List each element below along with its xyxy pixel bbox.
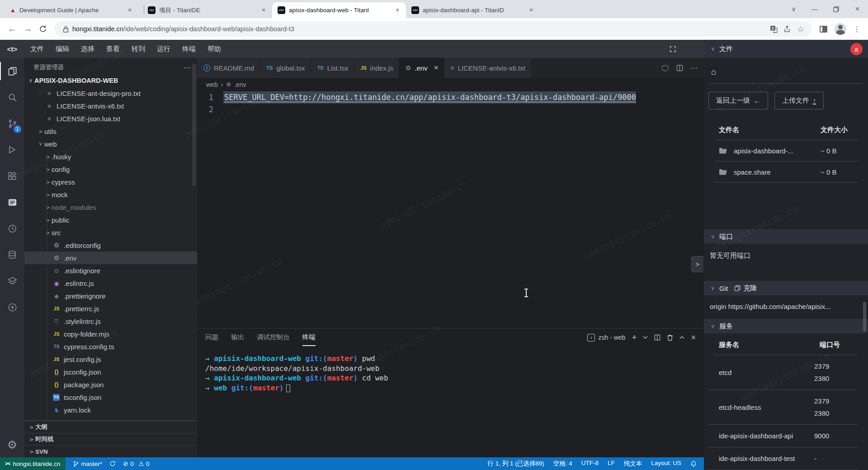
- tab-close-icon[interactable]: ×: [259, 6, 268, 14]
- git-branch[interactable]: master*: [73, 461, 103, 467]
- status-item[interactable]: 空格: 4: [553, 460, 572, 468]
- git-remote[interactable]: origin https://github.com/apache/apisix.…: [710, 299, 868, 317]
- back-icon[interactable]: ←: [5, 21, 20, 37]
- git-section-header[interactable]: Git 克隆: [704, 281, 868, 295]
- terminal-dropdown-icon[interactable]: [643, 336, 648, 339]
- editor-tab[interactable]: i README.md: [197, 58, 260, 78]
- split-editor-icon[interactable]: [676, 65, 683, 71]
- breadcrumb-file[interactable]: .env: [234, 81, 246, 88]
- sidebar-scrollbar[interactable]: [192, 64, 196, 185]
- tree-item[interactable]: .husky: [24, 150, 197, 163]
- tree-item[interactable]: ◆ .prettierignore: [24, 290, 197, 302]
- keyboard-layout-icon[interactable]: [661, 64, 669, 72]
- upload-button[interactable]: 上传文件 ↑: [774, 92, 824, 109]
- minimize-icon[interactable]: —: [804, 0, 826, 18]
- browser-menu-icon[interactable]: ⋮: [850, 22, 863, 36]
- breadcrumb-folder[interactable]: web: [206, 81, 218, 88]
- sync-icon[interactable]: [109, 461, 116, 467]
- tree-item[interactable]: {} jsconfig.json: [24, 366, 197, 378]
- code-line[interactable]: 2: [197, 104, 704, 116]
- tree-item[interactable]: config: [24, 163, 197, 176]
- tree-item[interactable]: {} package.json: [24, 378, 197, 391]
- tree-item[interactable]: ≡ LICENSE-json.lua.txt: [24, 112, 197, 125]
- run-debug-icon[interactable]: [0, 137, 24, 163]
- tree-item[interactable]: ⊙ .eslintignore: [24, 264, 197, 277]
- sidebar-section[interactable]: SVN: [24, 445, 197, 457]
- terminal[interactable]: → apisix-dashboard-web git:(master) pwd/…: [197, 347, 704, 457]
- kill-terminal-icon[interactable]: [667, 334, 673, 341]
- menu-item[interactable]: 编辑: [50, 40, 75, 58]
- tab-search-icon[interactable]: ∨: [783, 0, 804, 18]
- extensions-icon[interactable]: [0, 163, 24, 189]
- explorer-icon[interactable]: [0, 58, 24, 84]
- refresh-icon[interactable]: [35, 21, 51, 37]
- tree-item[interactable]: TS cypress.config.ts: [24, 340, 197, 353]
- tree-item[interactable]: ◉ .eslintrc.js: [24, 277, 197, 290]
- new-terminal-icon[interactable]: +: [632, 332, 637, 342]
- menu-item[interactable]: 终端: [176, 40, 202, 58]
- right-panel-scrollbar[interactable]: [863, 302, 866, 332]
- menu-item[interactable]: 转到: [126, 40, 151, 58]
- service-row[interactable]: ide-apisix-dashboard-api 9000: [708, 425, 858, 447]
- status-item[interactable]: UTF-8: [581, 460, 599, 468]
- tree-item[interactable]: TS tsconfig.json: [24, 391, 197, 404]
- status-item[interactable]: LF: [608, 460, 615, 468]
- settings-gear-icon[interactable]: ⚙: [0, 432, 24, 457]
- breadcrumb[interactable]: web › ⚙ .env: [197, 78, 704, 91]
- ports-section-header[interactable]: 端口: [704, 229, 868, 244]
- menu-item[interactable]: 选择: [75, 40, 100, 58]
- menu-item[interactable]: 文件: [24, 40, 50, 58]
- tree-item[interactable]: src: [24, 226, 197, 239]
- panel-tab[interactable]: 终端: [302, 329, 316, 346]
- menu-item[interactable]: 查看: [100, 40, 126, 58]
- tree-item[interactable]: JS copy-folder.mjs: [24, 328, 197, 340]
- notifications-bell-icon[interactable]: [690, 461, 697, 467]
- browser-tab[interactable]: Development Guide | Apache ×: [5, 2, 138, 18]
- sidebar-section[interactable]: 大纲: [24, 421, 197, 433]
- tree-item[interactable]: utils: [24, 125, 197, 138]
- tab-close-icon[interactable]: ×: [434, 63, 439, 72]
- tree-item[interactable]: web: [24, 138, 197, 150]
- project-root[interactable]: APISIX-DASHBOARD-WEB: [24, 74, 197, 87]
- file-row[interactable]: apisix-dashboard-... ~ 0 B: [708, 140, 863, 161]
- tree-item[interactable]: cypress: [24, 176, 197, 188]
- browser-tab[interactable]: 项目 - TitanIDE ×: [138, 2, 272, 18]
- editor-tab[interactable]: TS global.tsx: [260, 58, 311, 78]
- tab-close-icon[interactable]: ×: [393, 6, 401, 14]
- source-control-icon[interactable]: 1: [0, 110, 24, 137]
- browser-tab[interactable]: apisix-dashboard-web - TitanI ×: [272, 2, 406, 18]
- translate-icon[interactable]: 文: [767, 22, 780, 36]
- files-section-header[interactable]: 文件: [704, 40, 868, 58]
- problems-indicator[interactable]: ⊘ 0 ⚠ 0: [123, 460, 149, 467]
- code-editor[interactable]: 1 SERVE_URL_DEV=http://hongxi.titanide.c…: [197, 91, 704, 328]
- service-row[interactable]: etcd 23792380: [708, 355, 858, 390]
- search-icon[interactable]: [0, 84, 24, 110]
- status-item[interactable]: Layout: US: [651, 460, 681, 468]
- tree-item[interactable]: ≡ LICENSE-ant-design-pro.txt: [24, 87, 197, 100]
- clone-label[interactable]: 克隆: [743, 284, 757, 293]
- layers-icon[interactable]: [0, 268, 24, 294]
- expand-panel-button[interactable]: >: [691, 256, 703, 272]
- lightning-icon[interactable]: [0, 294, 24, 320]
- split-terminal-icon[interactable]: [654, 334, 660, 341]
- tree-item[interactable]: ≡ LICENSE-antvis-x6.txt: [24, 100, 197, 112]
- tree-item[interactable]: ♡ .stylelintrc.js: [24, 315, 197, 328]
- tree-item[interactable]: ⚙ .editorconfig: [24, 239, 197, 252]
- panel-tab[interactable]: 问题: [205, 329, 218, 346]
- tab-close-icon[interactable]: ×: [126, 6, 134, 14]
- tree-item[interactable]: public: [24, 214, 197, 226]
- tree-item[interactable]: mock: [24, 188, 197, 201]
- file-row[interactable]: space.share ~ 0 B: [708, 161, 863, 182]
- more-actions-icon[interactable]: ⋯: [690, 64, 698, 72]
- address-bar[interactable]: hongxi.titanide.cn/ide/web/coding/apisix…: [54, 21, 812, 37]
- history-icon[interactable]: [0, 215, 24, 242]
- panel-tab[interactable]: 调试控制台: [257, 329, 290, 346]
- close-panel-icon[interactable]: ×: [691, 333, 696, 342]
- bookmark-star-icon[interactable]: ☆: [794, 22, 807, 36]
- services-section-header[interactable]: 服务: [704, 319, 868, 333]
- editor-tab[interactable]: JS index.js: [354, 58, 399, 78]
- go-up-button[interactable]: 返回上一级 ←: [708, 92, 768, 109]
- menu-item[interactable]: 帮助: [202, 40, 227, 58]
- terminal-picker[interactable]: › zsh - web: [587, 334, 625, 342]
- tree-item[interactable]: JS .prettierrc.js: [24, 302, 197, 315]
